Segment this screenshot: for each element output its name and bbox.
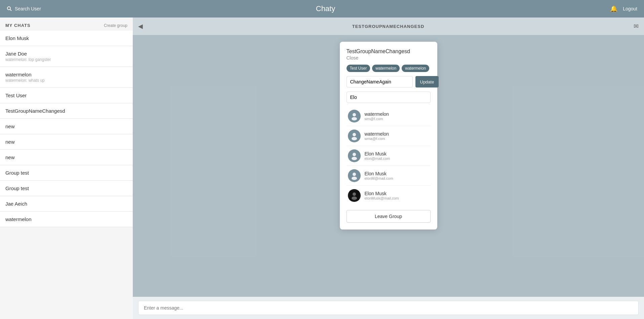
modal-user-item[interactable]: watermelon wma@f.com [347, 126, 431, 146]
chat-item-name: TestGroupNameChangesd [5, 108, 127, 114]
svg-point-5 [352, 137, 357, 140]
chat-item-name: new [5, 139, 127, 145]
chat-item-name: new [5, 154, 127, 160]
chat-list-item[interactable]: Jane Doe watermelon: top gangster [0, 46, 133, 67]
app-title: Chaty [316, 4, 335, 13]
search-icon [7, 6, 12, 11]
user-info-name: watermelon [365, 131, 389, 137]
svg-point-4 [353, 133, 356, 136]
chat-item-name: Group test [5, 170, 127, 176]
chat-list-item[interactable]: new [0, 119, 133, 134]
chat-item-name: new [5, 123, 127, 129]
group-settings-modal: TestGroupNameChangesd Close Test Userwat… [340, 42, 437, 229]
svg-point-8 [353, 173, 356, 176]
user-info-email: wm@f.com [365, 117, 389, 121]
sidebar-title: MY CHATS [5, 23, 31, 28]
chat-item-name: Jae Aeich [5, 201, 127, 207]
chat-item-name: Elon Musk [5, 35, 127, 41]
chat-item-name: watermelon [5, 216, 127, 222]
modal-user-item[interactable]: Elon Musk elon@mail.com [347, 146, 431, 166]
chat-list-item[interactable]: Group test [0, 165, 133, 181]
sidebar: MY CHATS Create group Elon Musk Jane Doe… [0, 17, 133, 319]
modal-name-input[interactable] [347, 76, 413, 87]
user-info: Elon Musk elonMusk@mail.com [365, 191, 399, 200]
chat-item-preview: watermelon: top gangster [5, 57, 127, 62]
modal-tags: Test Userwatermelonwatermelon [347, 65, 431, 72]
user-avatar [348, 169, 361, 182]
chat-list-item[interactable]: new [0, 134, 133, 150]
modal-user-list: watermelon wm@f.com watermelon wma@f.com… [347, 106, 431, 205]
modal-name-row: Update [347, 76, 431, 87]
user-info-name: Elon Musk [365, 191, 399, 196]
modal-close-btn[interactable]: Close [347, 55, 431, 61]
svg-point-12 [352, 197, 357, 200]
chat-list-item[interactable]: Jae Aeich [0, 196, 133, 212]
svg-point-11 [353, 192, 356, 196]
svg-point-6 [353, 153, 356, 156]
modal-tag: watermelon [402, 65, 429, 72]
svg-line-1 [10, 10, 12, 11]
chat-message-input[interactable] [138, 301, 639, 315]
chat-item-preview: watermelon: whats up [5, 78, 127, 83]
chat-input-bar [133, 297, 644, 319]
topnav: Search User Chaty 🔔 Logout [0, 0, 644, 17]
chat-item-name: Jane Doe [5, 51, 127, 57]
user-info: Elon Musk elon@mail.com [365, 151, 390, 161]
chat-header-title: TESTGROUPNAMECHANGESD [352, 24, 425, 29]
user-info-name: watermelon [365, 111, 389, 117]
chat-header: ◀ TESTGROUPNAMECHANGESD ✉ [133, 17, 644, 35]
chat-messages: TestGroupNameChangesd Close Test Userwat… [133, 35, 644, 297]
user-avatar [348, 110, 361, 122]
svg-point-0 [7, 7, 10, 10]
main-layout: MY CHATS Create group Elon Musk Jane Doe… [0, 17, 644, 319]
chat-list: Elon Musk Jane Doe watermelon: top gangs… [0, 31, 133, 319]
svg-point-3 [352, 117, 357, 120]
chat-list-item[interactable]: Test User [0, 88, 133, 103]
svg-point-9 [352, 177, 357, 180]
topnav-right: 🔔 Logout [610, 5, 637, 12]
sidebar-header: MY CHATS Create group [0, 17, 133, 31]
chat-list-item[interactable]: watermelon watermelon: whats up [0, 67, 133, 88]
user-info: watermelon wm@f.com [365, 111, 389, 121]
chat-area: ◀ TESTGROUPNAMECHANGESD ✉ TestGroupNameC… [133, 17, 644, 319]
user-info-name: Elon Musk [365, 151, 390, 156]
create-group-btn[interactable]: Create group [104, 23, 127, 28]
chat-item-name: Group test [5, 185, 127, 191]
svg-point-2 [353, 113, 356, 116]
bell-icon[interactable]: 🔔 [610, 5, 617, 12]
logout-btn[interactable]: Logout [623, 6, 637, 11]
chat-list-item[interactable]: watermelon [0, 212, 133, 227]
user-info-email: elon@mail.com [365, 156, 390, 161]
chat-list-item[interactable]: new [0, 150, 133, 165]
svg-point-7 [352, 157, 357, 160]
user-info-email: elonM@mail.com [365, 176, 393, 180]
modal-tag: Test User [347, 65, 370, 72]
user-avatar [348, 149, 361, 162]
modal-search-input[interactable] [347, 92, 431, 103]
user-info: watermelon wma@f.com [365, 131, 389, 141]
modal-tag: watermelon [372, 65, 400, 72]
modal-user-item[interactable]: Elon Musk elonMusk@mail.com [347, 186, 431, 205]
chat-list-item[interactable]: Group test [0, 181, 133, 196]
chat-back-btn[interactable]: ◀ [138, 23, 143, 30]
user-info: Elon Musk elonM@mail.com [365, 171, 393, 180]
search-user-btn[interactable]: Search User [7, 6, 41, 11]
search-user-label: Search User [15, 6, 41, 11]
user-avatar [348, 189, 361, 202]
chat-list-item[interactable]: TestGroupNameChangesd [0, 103, 133, 119]
user-info-email: elonMusk@mail.com [365, 196, 399, 200]
modal-leave-btn[interactable]: Leave Group [347, 210, 431, 223]
modal-user-item[interactable]: watermelon wm@f.com [347, 106, 431, 126]
chat-info-btn[interactable]: ✉ [634, 23, 639, 30]
user-avatar [348, 130, 361, 142]
user-info-email: wma@f.com [365, 137, 389, 141]
user-info-name: Elon Musk [365, 171, 393, 176]
modal-user-item[interactable]: Elon Musk elonM@mail.com [347, 166, 431, 186]
chat-item-name: Test User [5, 93, 127, 98]
chat-list-item[interactable]: Elon Musk [0, 31, 133, 46]
modal-overlay: TestGroupNameChangesd Close Test Userwat… [133, 35, 644, 297]
modal-group-name: TestGroupNameChangesd [347, 48, 431, 55]
chat-item-name: watermelon [5, 72, 127, 77]
modal-update-btn[interactable]: Update [415, 76, 439, 87]
